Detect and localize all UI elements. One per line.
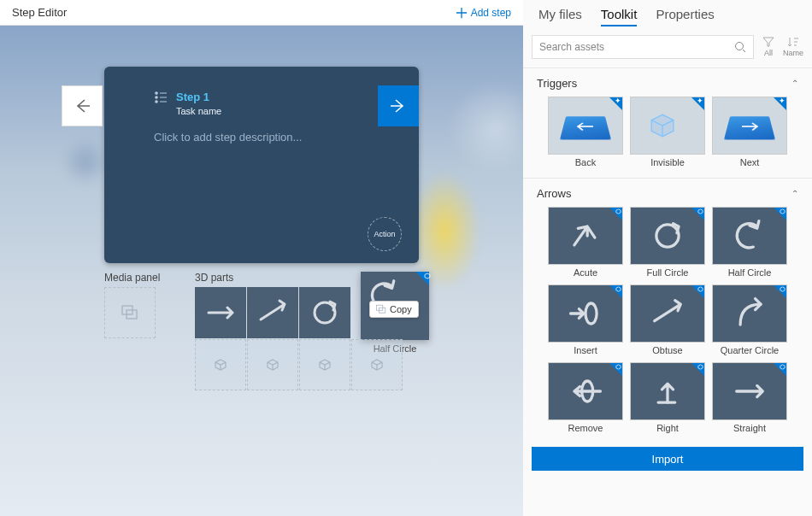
cube-badge-icon [780, 286, 786, 292]
cube-badge-icon [697, 364, 703, 370]
svg-point-8 [735, 43, 743, 50]
filter-icon [762, 37, 774, 47]
section-triggers-title: Triggers [537, 77, 577, 90]
quarter-arrow-icon [727, 293, 773, 334]
section-arrows-header[interactable]: Arrows ⌃ [523, 179, 812, 207]
arrow-tile-right[interactable] [630, 362, 705, 420]
cube-badge-icon [780, 364, 786, 370]
part-slot-straight[interactable] [195, 287, 246, 338]
parts-row [195, 287, 350, 338]
sort-name-label: Name [783, 49, 803, 57]
media-panel-label: Media panel [104, 272, 160, 284]
tab-my-files[interactable]: My files [538, 7, 582, 26]
media-icon [121, 305, 138, 320]
arrow-label: Right [630, 423, 705, 433]
trigger-tile-invisible[interactable]: ✦ [630, 97, 705, 155]
tab-properties[interactable]: Properties [656, 7, 714, 26]
arrow-label: Remove [548, 423, 623, 433]
step-number: Step 1 [176, 91, 221, 104]
remove-arrow-icon [562, 371, 609, 412]
empty-3d-icon [214, 358, 227, 372]
half-circle-arrow-icon [727, 215, 773, 256]
empty-3d-icon [318, 358, 332, 372]
empty-part-slot[interactable] [247, 339, 298, 390]
arrow-right-icon [389, 96, 408, 116]
import-button[interactable]: Import [532, 447, 803, 471]
right-arrow-icon [644, 371, 691, 412]
empty-part-slot[interactable] [299, 339, 350, 390]
arrow-tile-straight[interactable] [712, 362, 787, 420]
cube-icon [637, 105, 688, 146]
list-icon [154, 91, 168, 104]
arrow-tile-insert[interactable] [548, 284, 623, 343]
search-input[interactable]: Search assets [532, 35, 754, 59]
search-icon [734, 41, 746, 53]
cube-badge-icon [615, 286, 621, 292]
arrow-tile-acute[interactable] [548, 207, 623, 265]
insert-arrow-icon [562, 293, 609, 334]
empty-3d-icon [370, 358, 384, 372]
empty-part-slot[interactable] [195, 339, 246, 390]
plus-icon [456, 7, 468, 19]
arrow-left-icon [73, 96, 91, 116]
arrow-label: Quarter Circle [712, 345, 787, 355]
cube-badge-icon [697, 286, 703, 292]
add-step-button[interactable]: Add step [456, 7, 511, 19]
straight-arrow-icon [727, 371, 773, 412]
trigger-label: Next [712, 157, 787, 167]
search-placeholder: Search assets [539, 41, 734, 53]
cube-badge-icon [615, 364, 621, 370]
arrow-label: Insert [548, 345, 623, 355]
chevron-up-icon: ⌃ [791, 189, 798, 198]
step-editor-title: Step Editor [12, 6, 67, 19]
arrow-tile-remove[interactable] [548, 362, 623, 420]
step-canvas: Step 1 Task name Click to add step descr… [0, 26, 523, 516]
step-card: Step 1 Task name Click to add step descr… [104, 67, 419, 263]
filter-all[interactable]: All [762, 37, 774, 57]
arrow-label: Half Circle [712, 267, 787, 278]
arrow-label: Obtuse [630, 345, 705, 355]
trigger-tile-back[interactable]: ✦ [548, 97, 623, 155]
arrow-tile-full-circle[interactable] [630, 207, 705, 265]
obtuse-arrow-icon [256, 296, 290, 330]
tab-toolkit[interactable]: Toolkit [601, 7, 638, 26]
chevron-up-icon: ⌃ [791, 79, 798, 88]
add-step-label: Add step [471, 7, 511, 19]
acute-arrow-icon [562, 215, 609, 256]
cube-badge-icon [424, 273, 431, 279]
action-placeholder[interactable]: Action [368, 217, 402, 251]
section-arrows-title: Arrows [537, 187, 571, 200]
full-circle-arrow-icon [644, 215, 691, 256]
empty-3d-icon [266, 358, 279, 372]
copy-icon [376, 304, 386, 314]
trigger-label: Back [548, 157, 623, 167]
arrow-tile-half-circle[interactable] [712, 207, 787, 265]
task-name: Task name [176, 106, 221, 117]
sort-name[interactable]: Name [783, 37, 803, 57]
media-slot[interactable] [104, 287, 156, 338]
trigger-tile-next[interactable]: ✦ [712, 97, 787, 155]
filter-all-label: All [764, 49, 773, 57]
arrow-tile-quarter[interactable] [712, 284, 787, 343]
part-slot-obtuse[interactable] [247, 287, 298, 338]
prev-step-button[interactable] [62, 85, 103, 126]
part-slot-full-circle[interactable] [299, 287, 350, 338]
cube-badge-icon [780, 208, 786, 214]
arrow-label: Straight [712, 423, 787, 433]
arrow-label: Acute [548, 267, 623, 278]
obtuse-arrow-icon [644, 293, 691, 334]
full-circle-arrow-icon [308, 296, 342, 330]
copy-tooltip: Copy [369, 301, 419, 318]
copy-label: Copy [390, 304, 412, 314]
step-description-input[interactable]: Click to add step description... [154, 131, 302, 144]
cube-badge-icon [615, 208, 621, 214]
3d-parts-label: 3D parts [195, 272, 233, 284]
next-step-button[interactable] [378, 85, 419, 126]
section-triggers-header[interactable]: Triggers ⌃ [523, 68, 812, 97]
side-tabs: My files Toolkit Properties [523, 0, 812, 32]
cube-badge-icon [697, 208, 703, 214]
sort-icon [787, 37, 799, 47]
empty-part-slot[interactable] [351, 339, 403, 390]
empty-parts-row [195, 339, 403, 390]
arrow-tile-obtuse[interactable] [630, 284, 705, 343]
